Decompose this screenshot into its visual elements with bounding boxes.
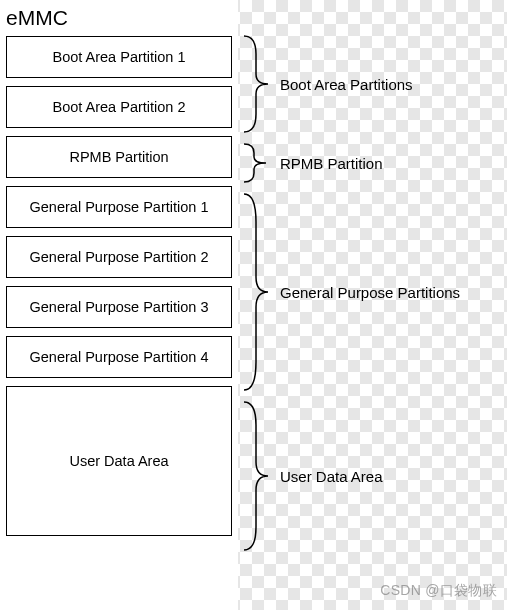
partition-label: General Purpose Partition 2 (30, 249, 209, 265)
partition-label: Boot Area Partition 2 (53, 99, 186, 115)
partition-column: eMMC Boot Area Partition 1 Boot Area Par… (0, 0, 238, 610)
partition-box-gpp3: General Purpose Partition 3 (6, 286, 232, 328)
watermark-text: CSDN @口袋物联 (380, 582, 497, 600)
partition-box-boot2: Boot Area Partition 2 (6, 86, 232, 128)
group-label-rpmb: RPMB Partition (280, 155, 383, 172)
group-label-uda: User Data Area (280, 468, 383, 485)
diagram-title: eMMC (0, 6, 238, 36)
brace-gpp-icon (240, 192, 276, 392)
brace-rpmb-icon (240, 142, 276, 184)
partition-label: General Purpose Partition 4 (30, 349, 209, 365)
group-label-gpp: General Purpose Partitions (280, 284, 460, 301)
partition-box-rpmb: RPMB Partition (6, 136, 232, 178)
partition-box-gpp4: General Purpose Partition 4 (6, 336, 232, 378)
brace-boot-icon (240, 34, 276, 134)
partition-box-boot1: Boot Area Partition 1 (6, 36, 232, 78)
partition-label: General Purpose Partition 3 (30, 299, 209, 315)
group-label-boot: Boot Area Partitions (280, 76, 413, 93)
partition-label: General Purpose Partition 1 (30, 199, 209, 215)
partition-box-gpp2: General Purpose Partition 2 (6, 236, 232, 278)
partition-label: Boot Area Partition 1 (53, 49, 186, 65)
brace-uda-icon (240, 400, 276, 552)
partition-label: User Data Area (69, 453, 168, 469)
partition-box-uda: User Data Area (6, 386, 232, 536)
partition-box-gpp1: General Purpose Partition 1 (6, 186, 232, 228)
partition-label: RPMB Partition (69, 149, 168, 165)
